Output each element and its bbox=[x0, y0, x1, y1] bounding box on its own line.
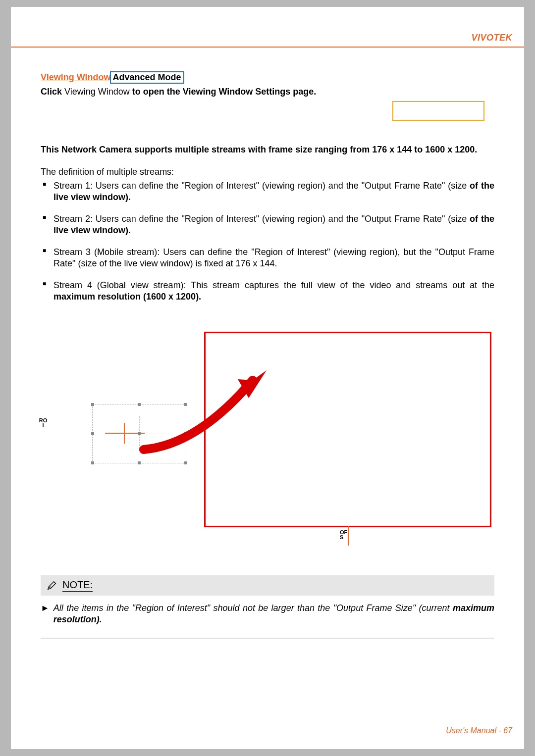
resize-handle bbox=[91, 461, 94, 464]
click-instruction: Click Viewing Window to open the Viewing… bbox=[41, 87, 494, 97]
section-heading: Viewing WindowAdvanced Mode bbox=[41, 71, 494, 84]
list-item: Stream 1: Users can define the "Region o… bbox=[48, 180, 494, 202]
stream-text: Stream 1: Users can define the "Region o… bbox=[54, 181, 470, 191]
page-header: VIVOTEK bbox=[11, 7, 524, 51]
ofs-label: OFS bbox=[340, 530, 350, 540]
stream-text: Stream 4 (Global view stream): This stre… bbox=[54, 280, 494, 290]
stream-text: Stream 2: Users can define the "Region o… bbox=[54, 214, 470, 224]
advanced-mode-badge: Advanced Mode bbox=[110, 71, 184, 84]
document-page: VIVOTEK Viewing WindowAdvanced Mode Clic… bbox=[11, 7, 524, 749]
brand-label: VIVOTEK bbox=[471, 33, 512, 43]
note-header: NOTE: bbox=[41, 575, 494, 596]
resize-handle bbox=[91, 432, 94, 435]
note-title: NOTE: bbox=[62, 579, 93, 592]
note-pencil-icon bbox=[47, 580, 57, 591]
page-footer: User's Manual - 67 bbox=[446, 726, 512, 735]
note-divider bbox=[41, 638, 494, 639]
note-body: ► All the items in the "Region of Intere… bbox=[41, 603, 494, 625]
stream-text: Stream 3 (Mobile stream): Users can defi… bbox=[54, 247, 494, 268]
roi-ofs-diagram: ROI OFS bbox=[41, 323, 494, 560]
definition-lead: The definition of multiple streams: bbox=[41, 167, 494, 177]
intro-text: This Network Camera supports multiple st… bbox=[41, 145, 494, 155]
svg-line-1 bbox=[49, 586, 51, 588]
resize-handle bbox=[138, 461, 141, 464]
header-rule bbox=[11, 47, 524, 48]
triangle-bullet-icon: ► bbox=[41, 603, 50, 625]
note-block: NOTE: ► All the items in the "Region of … bbox=[41, 575, 494, 639]
resize-handle bbox=[184, 461, 187, 464]
stream-bold: maximum resolution (1600 x 1200). bbox=[54, 292, 201, 302]
output-frame-size-frame bbox=[204, 332, 491, 527]
note-text: All the items in the "Region of Interest… bbox=[54, 603, 453, 613]
page-content: Viewing WindowAdvanced Mode Click Viewin… bbox=[41, 71, 494, 639]
stream-list: Stream 1: Users can define the "Region o… bbox=[41, 180, 494, 302]
resize-handle bbox=[91, 403, 94, 406]
viewing-window-link[interactable]: Viewing Window bbox=[41, 72, 111, 82]
list-item: Stream 3 (Mobile stream): Users can defi… bbox=[48, 247, 494, 269]
svg-line-2 bbox=[50, 586, 52, 588]
click-mid: Viewing Window bbox=[64, 87, 130, 97]
click-prefix: Click bbox=[41, 87, 62, 97]
list-item: Stream 2: Users can define the "Region o… bbox=[48, 213, 494, 236]
click-suffix: to open the Viewing Window Settings page… bbox=[132, 87, 317, 97]
roi-label: ROI bbox=[39, 418, 48, 428]
list-item: Stream 4 (Global view stream): This stre… bbox=[48, 280, 494, 302]
